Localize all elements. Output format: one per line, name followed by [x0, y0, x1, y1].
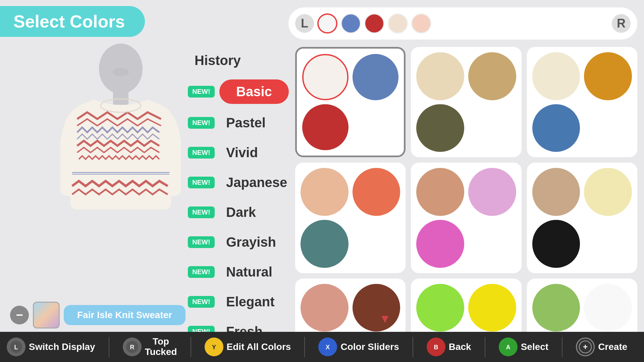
palette-grid — [295, 47, 637, 255]
category-basic-label: Basic — [219, 79, 289, 104]
category-pastel[interactable]: NEW! Pastel — [188, 109, 302, 136]
switch-display-label: Switch Display — [29, 342, 95, 352]
palette-6-color-3 — [532, 220, 580, 268]
palette-3-color-1 — [532, 52, 580, 100]
switch-display-button[interactable]: L Switch Display — [7, 338, 95, 356]
minus-button[interactable]: − — [10, 306, 29, 324]
palette-9-color-1 — [532, 284, 580, 332]
palette-3[interactable] — [527, 47, 637, 157]
palette-7-color-2 — [353, 284, 400, 332]
palette-9-color-2 — [584, 284, 632, 332]
palette-5-color-3 — [416, 220, 464, 268]
page-title: Select Colors — [0, 6, 145, 37]
svg-text:X: X — [326, 344, 330, 351]
history-color-1[interactable] — [317, 13, 337, 34]
palette-5[interactable] — [411, 163, 521, 273]
history-color-3[interactable] — [364, 13, 384, 34]
new-badge-basic: NEW! — [188, 86, 215, 98]
palette-2[interactable] — [411, 47, 521, 157]
category-basic[interactable]: NEW! Basic — [188, 77, 302, 107]
category-japanese-label: Japanese — [219, 172, 294, 193]
new-badge-natural: NEW! — [188, 266, 215, 278]
svg-text:Y: Y — [212, 344, 216, 351]
palette-8-color-1 — [416, 284, 464, 332]
category-vivid[interactable]: NEW! Vivid — [188, 139, 302, 166]
history-color-5[interactable] — [411, 13, 431, 34]
edit-all-colors-label: Edit All Colors — [227, 342, 291, 352]
svg-text:R: R — [130, 344, 134, 351]
new-badge-vivid: NEW! — [188, 147, 215, 159]
r-button[interactable]: R — [612, 14, 631, 33]
svg-text:L: L — [14, 344, 18, 351]
svg-text:+: + — [583, 342, 588, 351]
y-icon: Y — [205, 338, 223, 356]
item-name: Fair Isle Knit Sweater — [64, 305, 185, 325]
palette-1[interactable] — [295, 47, 406, 157]
category-pastel-label: Pastel — [219, 112, 272, 134]
back-button[interactable]: B Back — [427, 338, 471, 356]
category-history[interactable]: History — [188, 47, 302, 74]
color-sliders-button[interactable]: X Color Sliders — [318, 338, 399, 356]
divider-3 — [304, 337, 305, 357]
divider-2 — [191, 337, 191, 357]
palette-4-color-2 — [353, 168, 400, 216]
category-elegant-label: Elegant — [219, 291, 281, 313]
palette-6[interactable] — [527, 163, 637, 273]
palette-2-color-1 — [416, 52, 464, 100]
category-natural[interactable]: NEW! Natural — [188, 258, 302, 286]
new-badge-grayish: NEW! — [188, 236, 215, 248]
palette-1-color-1 — [302, 54, 348, 100]
palette-3-color-3 — [532, 104, 580, 152]
palette-6-color-1 — [532, 168, 580, 216]
create-label: Create — [598, 342, 627, 352]
create-button[interactable]: + Create — [576, 338, 627, 356]
top-tucked-label: Top Tucked — [145, 337, 177, 357]
divider-4 — [413, 337, 413, 357]
bottom-bar: L Switch Display R Top Tucked Y Edit All… — [0, 332, 644, 362]
select-label: Select — [521, 342, 549, 352]
r-icon: R — [123, 338, 142, 356]
new-badge-elegant: NEW! — [188, 296, 215, 308]
palette-8-color-2 — [468, 284, 516, 332]
select-button[interactable]: A Select — [499, 338, 549, 356]
svg-rect-1 — [113, 92, 128, 105]
top-tucked-button[interactable]: R Top Tucked — [123, 337, 177, 357]
edit-all-colors-button[interactable]: Y Edit All Colors — [205, 338, 291, 356]
svg-text:B: B — [434, 344, 438, 351]
new-badge-dark: NEW! — [188, 206, 215, 218]
palette-6-color-2 — [584, 168, 632, 216]
color-sliders-label: Color Sliders — [340, 342, 399, 352]
category-vivid-label: Vivid — [219, 142, 265, 164]
divider-1 — [109, 337, 109, 357]
back-label: Back — [449, 342, 471, 352]
category-dark[interactable]: NEW! Dark — [188, 199, 302, 226]
palette-4-color-1 — [301, 168, 348, 216]
category-japanese[interactable]: NEW! Japanese — [188, 169, 302, 196]
palette-5-color-2 — [468, 168, 516, 216]
palette-2-color-2 — [468, 52, 516, 100]
item-thumbnail — [33, 302, 60, 328]
color-history-bar: L R — [288, 7, 637, 40]
palette-2-color-3 — [416, 104, 464, 152]
palette-5-color-1 — [416, 168, 464, 216]
new-badge-japanese: NEW! — [188, 177, 215, 188]
palette-1-color-2 — [353, 54, 399, 100]
palette-3-color-2 — [584, 52, 632, 100]
plus-icon: + — [576, 338, 595, 356]
palette-1-color-3 — [302, 104, 348, 150]
history-color-2[interactable] — [341, 13, 361, 34]
category-grayish[interactable]: NEW! Grayish — [188, 229, 302, 256]
category-grayish-label: Grayish — [219, 231, 283, 253]
category-dark-label: Dark — [219, 201, 263, 223]
category-natural-label: Natural — [219, 261, 279, 283]
l-button[interactable]: L — [295, 14, 314, 33]
svg-text:A: A — [506, 344, 510, 351]
new-badge-pastel: NEW! — [188, 117, 215, 129]
palette-4[interactable] — [295, 163, 406, 273]
category-elegant[interactable]: NEW! Elegant — [188, 288, 302, 315]
divider-5 — [485, 337, 485, 357]
category-list: History NEW! Basic NEW! Pastel NEW! Vivi… — [188, 47, 302, 362]
history-color-4[interactable] — [388, 13, 408, 34]
palette-scroll-down[interactable]: ▼ — [379, 312, 391, 326]
category-history-label: History — [188, 50, 248, 71]
